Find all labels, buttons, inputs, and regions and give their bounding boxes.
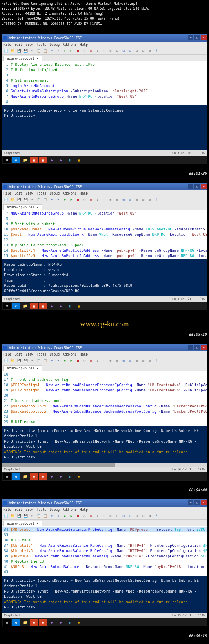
toolbar-icon[interactable]: 📂: [10, 197, 16, 203]
taskbar-icon[interactable]: ⊞: [3, 157, 11, 163]
taskbar-icon[interactable]: ◆: [57, 473, 64, 480]
code-line[interactable]: 41$NRPLB = New-AzureRmLoadBalancer -Reso…: [2, 564, 207, 570]
taskbar-icon[interactable]: e: [12, 303, 20, 309]
toolbar-icon[interactable]: 💾: [23, 48, 29, 54]
toolbar-icon[interactable]: ⊡: [121, 197, 127, 203]
menu-debug[interactable]: Debug: [50, 508, 60, 512]
toolbar-icon[interactable]: ■: [75, 513, 81, 519]
titlebar[interactable]: Administrator: Windows PowerShell ISE ─ …: [2, 34, 207, 42]
minimize-button[interactable]: ─: [188, 345, 193, 350]
menu-edit[interactable]: Edit: [14, 508, 22, 512]
toolbar-icon[interactable]: ?: [153, 48, 159, 54]
menu-edit[interactable]: Edit: [14, 43, 22, 47]
toolbar-icon[interactable]: 💾: [23, 513, 29, 519]
code-editor[interactable]: 1# Deploy Azure Load Balancer with IPv62…: [2, 61, 207, 105]
toolbar-icon[interactable]: ⊡: [121, 48, 127, 54]
toolbar-icon[interactable]: ↑: [101, 197, 107, 203]
code-line[interactable]: 4# Set environment: [2, 78, 207, 83]
tab-close-icon[interactable]: ×: [36, 522, 38, 525]
toolbar-icon[interactable]: ↷: [56, 358, 61, 364]
toolbar-icon[interactable]: ⊡: [134, 48, 140, 54]
menu-help[interactable]: Help: [80, 508, 88, 512]
toolbar-icon[interactable]: ↑: [101, 48, 107, 54]
toolbar-icon[interactable]: ◉: [88, 513, 94, 519]
toolbar-icon[interactable]: 📋: [36, 358, 42, 364]
toolbar-icon[interactable]: ▶: [62, 197, 68, 203]
toolbar-icon[interactable]: ↶: [49, 48, 55, 54]
code-line[interactable]: 10$backendSubnet = New-AzureRmVirtualNet…: [2, 227, 207, 232]
minimize-button[interactable]: ─: [188, 500, 193, 505]
code-line[interactable]: 35: [2, 532, 207, 538]
code-editor[interactable]: 34$RDPprobe = New-AzureRmLoadBalancerPro…: [2, 526, 207, 576]
toolbar-icon[interactable]: ⚙: [147, 197, 153, 203]
menu-debug[interactable]: Debug: [50, 353, 60, 356]
toolbar-icon[interactable]: ⊟: [114, 197, 120, 203]
menu-view[interactable]: View: [26, 353, 33, 356]
code-line[interactable]: 19$FEIPConfigv6 = New-AzureRmLoadBalance…: [2, 388, 207, 393]
toolbar-icon[interactable]: 📋: [42, 197, 48, 203]
toolbar-icon[interactable]: ↶: [49, 513, 55, 519]
code-editor[interactable]: 7New-AzureRmResourceGroup -Name NRP-RG -…: [2, 210, 207, 259]
code-line[interactable]: 23$backendpoolipv6 = New-AzureRmLoadBala…: [2, 409, 207, 414]
taskbar-icon[interactable]: ▣: [39, 473, 47, 480]
code-line[interactable]: 3: [2, 73, 207, 78]
code-line[interactable]: 7New-AzureRmResourceGroup -Name NRP-RG -…: [2, 211, 207, 216]
toolbar-icon[interactable]: ⊡: [140, 197, 146, 203]
toolbar-icon[interactable]: ⊡: [140, 513, 146, 519]
toolbar-icon[interactable]: ◐: [82, 358, 87, 364]
toolbar-icon[interactable]: ▶: [62, 358, 68, 364]
code-line[interactable]: 21# back-end address pools: [2, 398, 207, 404]
toolbar-icon[interactable]: ⊡: [127, 48, 133, 54]
toolbar-icon[interactable]: ⊟: [114, 513, 120, 519]
taskbar-icon[interactable]: ▣: [75, 303, 82, 309]
toolbar-icon[interactable]: ◐: [82, 513, 87, 519]
menu-help[interactable]: Help: [80, 353, 88, 356]
menu-view[interactable]: View: [26, 508, 33, 512]
close-button[interactable]: ×: [201, 345, 207, 350]
toolbar-icon[interactable]: ⊡: [134, 358, 140, 364]
toolbar-icon[interactable]: ⊞: [108, 197, 113, 203]
toolbar-icon[interactable]: ⊡: [134, 513, 140, 519]
toolbar-icon[interactable]: ↷: [56, 48, 61, 54]
taskbar-icon[interactable]: ◆: [48, 303, 56, 309]
code-line[interactable]: 43: [2, 570, 207, 575]
taskbar-icon[interactable]: 📁: [21, 157, 29, 163]
code-line[interactable]: 2# Ref: timw.info/ipv6: [2, 67, 207, 73]
code-line[interactable]: 22$backendpoolipv4 = New-AzureRmLoadBala…: [2, 404, 207, 409]
code-line[interactable]: 5Login-AzureRmAccount: [2, 83, 207, 89]
code-line[interactable]: 37$lbrule1v4 = New-AzureRmLoadBalancerRu…: [2, 543, 207, 548]
titlebar[interactable]: Administrator: Windows PowerShell ISE ─ …: [2, 183, 207, 190]
menu-file[interactable]: File: [3, 508, 11, 512]
menu-tools[interactable]: Tools: [37, 353, 47, 356]
close-button[interactable]: ×: [201, 35, 207, 40]
code-line[interactable]: 18$FEIPConfigv4 = New-AzureRmLoadBalance…: [2, 382, 207, 388]
toolbar-icon[interactable]: 💾: [23, 197, 29, 203]
code-line[interactable]: 13# public IP for front-end LB pool: [2, 243, 207, 248]
menu-add-ons[interactable]: Add-ons: [63, 508, 77, 512]
menu-debug[interactable]: Debug: [50, 43, 60, 47]
taskbar-icon[interactable]: ▣: [30, 303, 38, 309]
menu-add-ons[interactable]: Add-ons: [63, 43, 77, 47]
code-line[interactable]: 15$publicIPv6 = New-AzureRmPublicIpAddre…: [2, 253, 207, 259]
toolbar-icon[interactable]: ✂: [29, 513, 35, 519]
taskbar-icon[interactable]: e: [12, 473, 20, 480]
taskbar-icon[interactable]: ▣: [75, 619, 82, 626]
taskbar-icon[interactable]: ▣: [39, 619, 47, 626]
taskbar-icon[interactable]: ▣: [30, 473, 38, 480]
menu-help[interactable]: Help: [80, 192, 88, 195]
code-line[interactable]: 8: [2, 99, 207, 105]
toolbar-icon[interactable]: ↑: [101, 358, 107, 364]
toolbar-icon[interactable]: 📋: [42, 48, 48, 54]
toolbar-icon[interactable]: ⊡: [121, 513, 127, 519]
minimize-button[interactable]: ─: [188, 184, 193, 189]
menu-edit[interactable]: Edit: [14, 353, 22, 356]
toolbar-icon[interactable]: 📋: [36, 513, 42, 519]
console-pane[interactable]: PS D:\scripts> $backendSubnet = New-Azur…: [2, 576, 207, 613]
toolbar-icon[interactable]: ?: [153, 358, 159, 364]
toolbar-icon[interactable]: 📄: [3, 197, 9, 203]
toolbar-icon[interactable]: ▶: [69, 48, 74, 54]
menu-file[interactable]: File: [3, 353, 11, 356]
toolbar-icon[interactable]: 📋: [36, 197, 42, 203]
code-line[interactable]: 24: [2, 414, 207, 420]
toolbar-icon[interactable]: ↶: [49, 197, 55, 203]
